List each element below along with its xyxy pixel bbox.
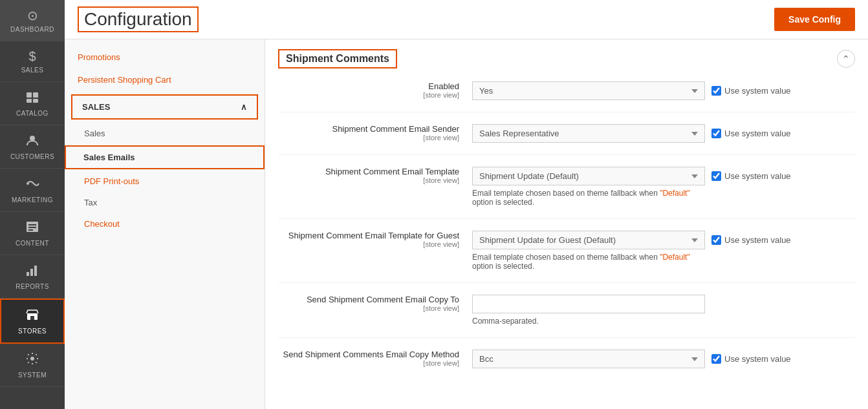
- chevron-up-icon: ⌃: [842, 54, 850, 64]
- left-nav: Promotions Persistent Shopping Cart SALE…: [65, 39, 265, 409]
- section-header: Shipment Comments ⌃: [278, 49, 855, 68]
- collapse-button[interactable]: ⌃: [837, 50, 855, 68]
- email-sender-store-view: [store view]: [278, 134, 459, 142]
- reports-icon: [25, 263, 39, 280]
- content-area: Promotions Persistent Shopping Cart SALE…: [65, 39, 868, 409]
- sidebar-item-catalog[interactable]: CATALOG: [0, 82, 65, 125]
- email-template-select[interactable]: Shipment Update (Default): [472, 167, 705, 185]
- content-icon: [25, 220, 39, 237]
- sidebar-label-dashboard: DASHBOARD: [10, 26, 54, 33]
- catalog-icon: [25, 90, 39, 107]
- email-template-guest-label: Shipment Comment Email Template for Gues…: [288, 231, 459, 240]
- svg-point-5: [27, 182, 29, 185]
- email-sender-use-system-checkbox[interactable]: [711, 129, 721, 138]
- enabled-select[interactable]: Yes: [472, 81, 705, 100]
- copy-to-store-view: [store view]: [278, 304, 459, 312]
- sidebar-item-system[interactable]: SYSTEM: [0, 344, 65, 387]
- sidebar-item-marketing[interactable]: MARKETING: [0, 169, 65, 212]
- sidebar-item-stores[interactable]: STORES: [0, 299, 65, 344]
- sidebar-item-sales[interactable]: $ SALES: [0, 41, 65, 82]
- email-template-guest-hint-link[interactable]: "Default": [660, 253, 690, 262]
- sidebar-label-catalog: CATALOG: [16, 110, 49, 117]
- sidebar-label-reports: REPORTS: [16, 283, 49, 290]
- main-area: Configuration Save Config Promotions Per…: [65, 0, 868, 409]
- svg-rect-10: [27, 272, 29, 276]
- svg-rect-3: [33, 99, 38, 103]
- svg-rect-9: [28, 229, 33, 231]
- enabled-store-view: [store view]: [278, 91, 459, 99]
- stores-icon: [25, 308, 39, 325]
- svg-rect-12: [34, 266, 37, 276]
- enabled-use-system-checkbox[interactable]: [711, 86, 721, 96]
- email-sender-use-system-label: Use system value: [724, 129, 791, 138]
- form-row-copy-method: Send Shipment Comments Email Copy Method…: [278, 350, 855, 380]
- left-nav-promotions[interactable]: Promotions: [65, 46, 265, 68]
- copy-method-use-system-value[interactable]: Use system value: [711, 354, 791, 364]
- email-sender-select[interactable]: Sales Representative: [472, 124, 705, 143]
- left-nav-section-sales[interactable]: SALES ∧: [71, 94, 258, 120]
- email-template-use-system-checkbox[interactable]: [711, 171, 721, 181]
- svg-rect-2: [27, 99, 32, 103]
- copy-method-use-system-checkbox[interactable]: [711, 354, 721, 364]
- email-template-label: Shipment Comment Email Template: [325, 167, 459, 176]
- email-template-guest-select[interactable]: Shipment Update for Guest (Default): [472, 231, 705, 249]
- email-template-guest-use-system-label: Use system value: [724, 235, 791, 245]
- svg-point-15: [30, 357, 34, 361]
- email-template-use-system-label: Use system value: [724, 171, 791, 181]
- email-template-store-view: [store view]: [278, 176, 459, 184]
- left-nav-sales-emails[interactable]: Sales Emails: [65, 145, 265, 169]
- sidebar-label-customers: CUSTOMERS: [10, 153, 54, 160]
- section-sales-label: SALES: [82, 102, 110, 112]
- form-row-email-template: Shipment Comment Email Template [store v…: [278, 167, 855, 219]
- copy-method-store-view: [store view]: [278, 359, 459, 367]
- section-title: Shipment Comments: [278, 49, 397, 68]
- svg-rect-1: [33, 92, 38, 98]
- sidebar-label-stores: STORES: [18, 328, 47, 335]
- left-nav-sales[interactable]: Sales: [65, 123, 265, 144]
- form-row-email-sender: Shipment Comment Email Sender [store vie…: [278, 124, 855, 155]
- svg-rect-14: [30, 316, 34, 320]
- left-nav-persistent-shopping-cart[interactable]: Persistent Shopping Cart: [65, 68, 265, 91]
- left-nav-tax[interactable]: Tax: [65, 192, 265, 213]
- section-sales-chevron: ∧: [241, 102, 247, 112]
- sidebar-item-dashboard[interactable]: ⊙ DASHBOARD: [0, 0, 65, 41]
- sidebar-label-marketing: MARKETING: [12, 196, 53, 204]
- sidebar-item-customers[interactable]: CUSTOMERS: [0, 125, 65, 169]
- right-content: Shipment Comments ⌃ Enabled [store view]…: [265, 39, 868, 409]
- left-nav-checkout[interactable]: Checkout: [65, 213, 265, 235]
- sidebar-item-reports[interactable]: REPORTS: [0, 255, 65, 299]
- copy-to-input[interactable]: [472, 295, 705, 313]
- email-template-hint: Email template chosen based on theme fal…: [472, 189, 705, 207]
- svg-rect-11: [30, 269, 33, 276]
- svg-point-4: [30, 136, 35, 141]
- email-template-guest-use-system-value[interactable]: Use system value: [711, 235, 791, 245]
- copy-method-select[interactable]: Bcc: [472, 350, 705, 368]
- copy-method-use-system-label: Use system value: [724, 354, 791, 364]
- email-template-guest-use-system-checkbox[interactable]: [711, 235, 721, 245]
- sidebar-item-content[interactable]: CONTENT: [0, 212, 65, 255]
- marketing-icon: [25, 176, 39, 194]
- copy-method-label: Send Shipment Comments Email Copy Method: [283, 350, 459, 359]
- form-row-email-template-guest: Shipment Comment Email Template for Gues…: [278, 231, 855, 283]
- svg-rect-0: [27, 92, 32, 98]
- email-template-use-system-value[interactable]: Use system value: [711, 171, 791, 181]
- email-sender-use-system-value[interactable]: Use system value: [711, 129, 791, 138]
- sidebar-label-sales: SALES: [21, 67, 44, 74]
- enabled-use-system-label: Use system value: [724, 86, 791, 96]
- page-title: Configuration: [78, 6, 199, 32]
- svg-rect-8: [28, 227, 36, 228]
- left-nav-pdf-printouts[interactable]: PDF Print-outs: [65, 171, 265, 192]
- header: Configuration Save Config: [65, 0, 868, 39]
- sidebar-label-content: CONTENT: [16, 240, 49, 247]
- email-sender-label: Shipment Comment Email Sender: [332, 124, 459, 134]
- system-icon: [25, 351, 39, 369]
- email-template-hint-link[interactable]: "Default": [660, 189, 690, 198]
- form-row-enabled: Enabled [store view] Yes Use system valu…: [278, 81, 855, 112]
- email-template-guest-hint: Email template chosen based on theme fal…: [472, 253, 705, 271]
- save-config-button[interactable]: Save Config: [774, 8, 855, 31]
- copy-to-hint: Comma-separated.: [472, 317, 855, 326]
- sales-icon: $: [28, 49, 36, 64]
- sidebar-label-system: SYSTEM: [18, 372, 47, 379]
- enabled-use-system-value[interactable]: Use system value: [711, 86, 791, 96]
- svg-rect-7: [28, 224, 36, 225]
